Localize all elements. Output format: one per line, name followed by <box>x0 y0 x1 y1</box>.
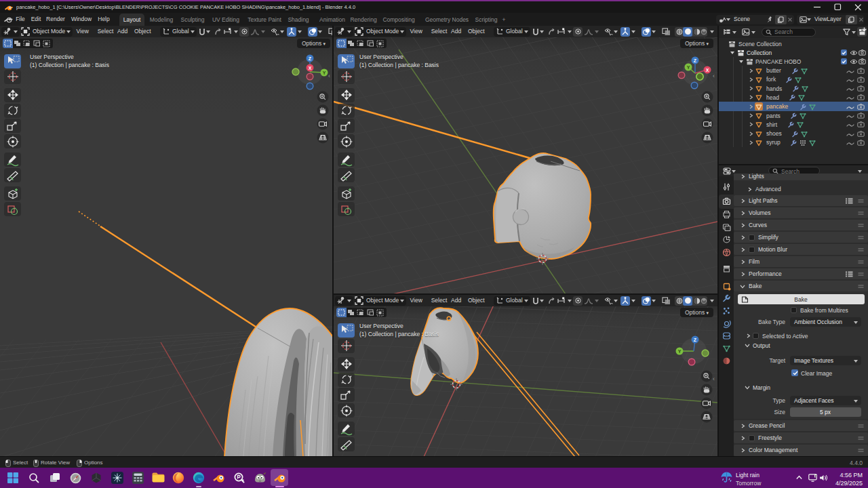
svg-text:‹: ‹ <box>713 73 715 79</box>
svg-text:Y: Y <box>687 65 690 70</box>
svg-text:Z: Z <box>694 58 697 63</box>
svg-text:Y: Y <box>678 349 682 354</box>
svg-text:‹: ‹ <box>328 73 330 79</box>
svg-text:Z: Z <box>309 56 312 61</box>
svg-text:X: X <box>706 68 709 73</box>
svg-text:X: X <box>309 66 312 70</box>
svg-text:Y: Y <box>323 70 326 75</box>
svg-text:‹: ‹ <box>713 375 715 382</box>
svg-text:Z: Z <box>694 338 697 342</box>
